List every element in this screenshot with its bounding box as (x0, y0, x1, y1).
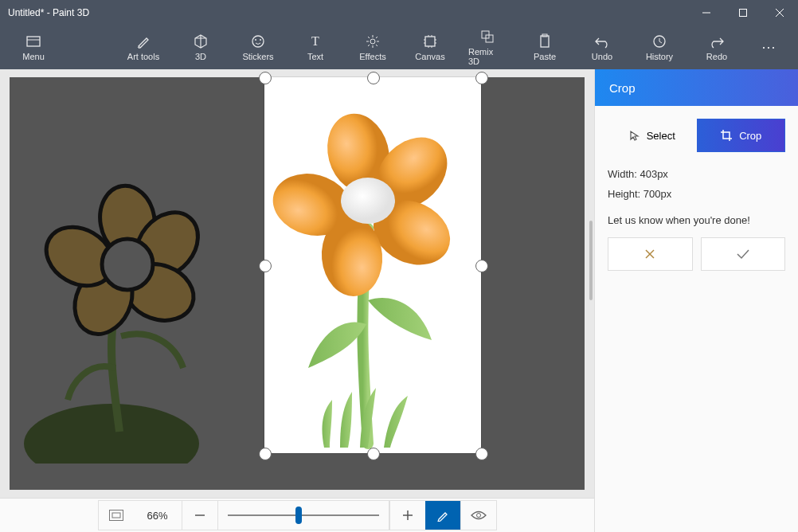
undo-label: Undo (592, 52, 612, 61)
crop-width-info: Width: 403px (608, 168, 785, 180)
window-controls (688, 0, 798, 25)
paste-button[interactable]: Paste (516, 25, 573, 69)
crop-handle-middle-left[interactable] (259, 260, 272, 272)
minus-icon (194, 510, 205, 521)
art-tools-label: Art tools (127, 52, 159, 61)
svg-rect-22 (541, 36, 549, 47)
x-icon (643, 248, 656, 260)
check-icon (736, 248, 750, 260)
eye-icon (471, 510, 487, 521)
zoom-slider[interactable] (217, 501, 389, 530)
crop-height-info: Height: 700px (608, 188, 785, 200)
3d-label: 3D (195, 52, 206, 61)
minimize-button[interactable] (688, 0, 725, 25)
cursor-icon (629, 130, 640, 141)
svg-line-15 (368, 37, 370, 38)
zoom-bar: 66% (0, 498, 594, 532)
zoom-percent[interactable]: 66% (134, 510, 182, 522)
confirm-row (608, 237, 785, 271)
confirm-crop-button[interactable] (701, 237, 786, 271)
stickers-button[interactable]: Stickers (229, 25, 287, 69)
mode-toggle: Select Crop (608, 119, 785, 152)
app-body: 66% Crop Select (0, 69, 798, 532)
svg-point-7 (255, 39, 256, 41)
remix-label: Remix 3D (468, 47, 507, 66)
crop-handle-middle-right[interactable] (475, 260, 488, 272)
crop-handle-bottom-right[interactable] (475, 448, 488, 460)
svg-rect-38 (109, 510, 123, 521)
select-mode-button[interactable]: Select (608, 119, 697, 152)
menu-button[interactable]: Menu (5, 25, 62, 69)
crop-mode-label: Crop (739, 130, 761, 142)
svg-point-8 (260, 39, 261, 41)
maximize-button[interactable] (725, 0, 761, 25)
zoom-slider-thumb[interactable] (295, 507, 302, 524)
svg-rect-19 (425, 37, 435, 46)
svg-line-17 (368, 45, 370, 46)
svg-point-6 (252, 36, 264, 47)
crop-region[interactable] (264, 77, 481, 453)
app-window: Untitled* - Paint 3D Menu Art tools 3D S… (0, 0, 798, 532)
zoom-in-button[interactable] (389, 501, 425, 530)
canvas-label: Canvas (415, 52, 444, 61)
crop-handle-top-left[interactable] (259, 72, 272, 84)
fit-screen-button[interactable] (99, 501, 134, 530)
3d-button[interactable]: 3D (172, 25, 229, 69)
fit-screen-icon (109, 510, 123, 521)
canvas-button[interactable]: Canvas (401, 25, 459, 69)
svg-point-10 (370, 39, 375, 44)
effects-label: Effects (359, 52, 385, 61)
svg-rect-4 (27, 37, 40, 46)
plus-icon (402, 510, 413, 521)
svg-point-37 (341, 178, 395, 224)
crop-handle-top-right[interactable] (475, 72, 488, 84)
crop-handle-top-center[interactable] (367, 72, 380, 84)
crop-handle-bottom-center[interactable] (367, 448, 380, 460)
paste-label: Paste (534, 52, 556, 61)
view-mode-button[interactable] (460, 501, 496, 530)
text-label: Text (307, 52, 323, 61)
pencil-icon (436, 509, 449, 522)
effects-button[interactable]: Effects (344, 25, 401, 69)
svg-rect-1 (740, 9, 747, 16)
side-panel: Crop Select Crop Width: 403px Height: 70… (594, 69, 798, 532)
more-button[interactable]: ⋯ (745, 25, 793, 69)
svg-rect-39 (112, 513, 120, 518)
side-panel-title: Crop (595, 69, 798, 106)
zoom-out-button[interactable] (182, 501, 217, 530)
main-toolbar: Menu Art tools 3D Stickers T Text Effect… (0, 25, 798, 69)
cancel-crop-button[interactable] (608, 237, 693, 271)
art-tools-button[interactable]: Art tools (115, 25, 172, 69)
undo-button[interactable]: Undo (573, 25, 631, 69)
redo-label: Redo (706, 52, 727, 61)
menu-label: Menu (22, 52, 45, 61)
svg-point-25 (24, 404, 199, 464)
window-title: Untitled* - Paint 3D (0, 7, 688, 18)
canvas-viewport[interactable] (0, 69, 594, 498)
background-flower-2d (24, 129, 247, 464)
crop-prompt: Let us know when you're done! (608, 214, 785, 226)
crop-handle-bottom-left[interactable] (259, 448, 272, 460)
crop-mode-button[interactable]: Crop (697, 119, 786, 152)
ellipsis-icon: ⋯ (761, 38, 777, 56)
svg-line-18 (376, 37, 377, 38)
titlebar: Untitled* - Paint 3D (0, 0, 798, 25)
close-button[interactable] (761, 0, 798, 25)
svg-text:T: T (311, 34, 319, 48)
side-panel-scrollbar[interactable] (589, 221, 593, 300)
history-label: History (646, 52, 673, 61)
side-panel-body: Select Crop Width: 403px Height: 700px L… (595, 106, 798, 532)
svg-point-43 (476, 514, 480, 518)
svg-point-31 (102, 239, 153, 290)
redo-button[interactable]: Redo (688, 25, 745, 69)
edit-mode-button[interactable] (425, 501, 460, 530)
stickers-label: Stickers (242, 52, 273, 61)
crop-icon (720, 129, 733, 142)
canvas-area: 66% (0, 69, 594, 532)
remix-3d-button[interactable]: Remix 3D (459, 25, 516, 69)
text-button[interactable]: T Text (287, 25, 344, 69)
history-button[interactable]: History (631, 25, 688, 69)
select-mode-label: Select (647, 130, 675, 142)
svg-line-16 (376, 45, 377, 46)
flower-3d-artwork (264, 77, 481, 453)
